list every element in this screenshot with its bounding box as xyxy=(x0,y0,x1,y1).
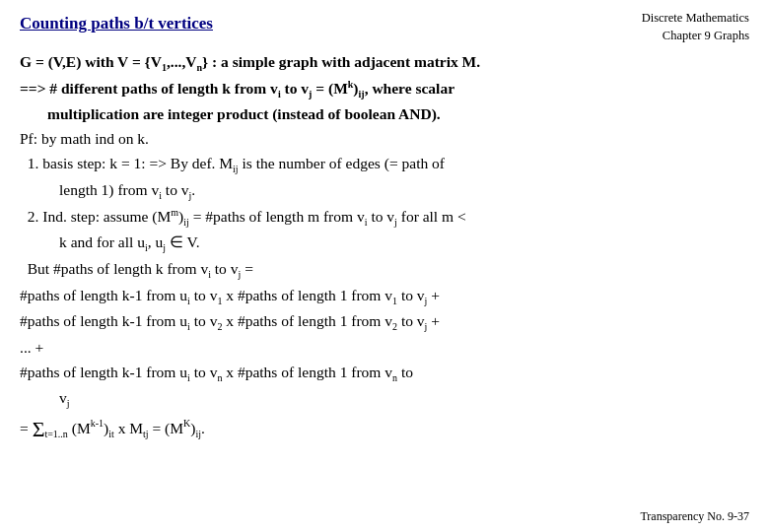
line-proof: Pf: by math ind on k. xyxy=(20,127,749,151)
slide-title: Counting paths b/t vertices xyxy=(20,10,213,33)
line-hash1: #paths of length k-1 from ui to v1 x #pa… xyxy=(20,284,749,309)
line-step1: 1. basis step: k = 1: => By def. Mij is … xyxy=(20,152,749,177)
slide-container: Counting paths b/t vertices Discrete Mat… xyxy=(0,0,769,532)
footer-transparency: Transparency No. 9-37 xyxy=(640,509,749,524)
line-step2b: k and for all ui, uj ∈ V. xyxy=(59,231,749,256)
line-step1b: length 1) from vi to vj. xyxy=(59,178,749,204)
header-right: Discrete Mathematics Chapter 9 Graphs xyxy=(642,10,749,44)
line-sum: = Σt=1..n (Mk-1)it x Mtj = (MK)ij. xyxy=(20,413,749,446)
header: Counting paths b/t vertices Discrete Mat… xyxy=(20,10,749,44)
line-multiplication: multiplication are integer product (inst… xyxy=(47,102,749,126)
line-dots: ... + xyxy=(20,336,749,360)
chapter-title: Chapter 9 Graphs xyxy=(642,28,749,45)
main-content: G = (V,E) with V = {V1,...,Vn} : a simpl… xyxy=(20,50,749,446)
line-hashn: #paths of length k-1 from ui to vn x #pa… xyxy=(20,361,749,386)
line-implication: ==> # different paths of length k from v… xyxy=(20,77,749,102)
book-title: Discrete Mathematics xyxy=(642,10,749,28)
line-hash2: #paths of length k-1 from ui to v2 x #pa… xyxy=(20,309,749,335)
line-step2: 2. Ind. step: assume (Mm)ij = #paths of … xyxy=(20,205,749,231)
line-definition: G = (V,E) with V = {V1,...,Vn} : a simpl… xyxy=(20,50,749,76)
line-vj: vj xyxy=(59,386,749,412)
line-but: But #paths of length k from vi to vj = xyxy=(20,257,749,283)
